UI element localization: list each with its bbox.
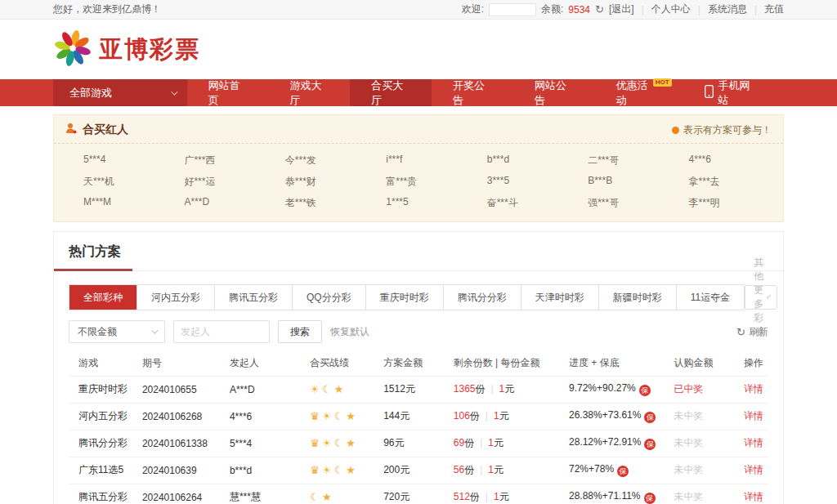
amount-filter-select[interactable]: 不限金额 — [69, 320, 165, 343]
chevron-down-icon — [767, 294, 772, 299]
guarantee-badge: 保 — [644, 412, 656, 423]
progress-text: 26.38%+73.61% — [569, 409, 641, 421]
chevron-down-icon — [171, 88, 177, 95]
column-header: 认购金额 — [674, 351, 736, 376]
plans-table-body: 重庆时时彩2024010655A***D☀☾★1512元1365份|1元9.72… — [69, 376, 768, 504]
hot-user-link[interactable]: 4***6 — [671, 154, 772, 167]
hot-user-link[interactable]: 强***哥 — [570, 196, 670, 210]
hot-user-link[interactable]: 5***4 — [65, 154, 166, 167]
guarantee-badge: 保 — [617, 466, 629, 477]
column-header: 方案金额 — [383, 351, 454, 376]
search-button[interactable]: 搜索 — [278, 320, 322, 343]
hot-user-link[interactable]: 老***铁 — [267, 196, 368, 210]
cell-progress: 28.12%+72.91%保 — [569, 430, 674, 457]
nav-item-合买大厅[interactable]: 合买大厅 — [350, 79, 432, 106]
moon-icon: ☾ — [334, 437, 344, 449]
hot-user-link[interactable]: 拿***去 — [671, 175, 772, 189]
detail-link[interactable]: 详情 — [744, 410, 763, 421]
tab-河内五分彩[interactable]: 河内五分彩 — [137, 285, 214, 310]
tab-腾讯分分彩[interactable]: 腾讯分分彩 — [443, 285, 521, 310]
nav-item-游戏大厅[interactable]: 游戏大厅 — [268, 79, 350, 106]
crown-icon: ♛ — [310, 410, 320, 422]
logout-link[interactable]: [退出] — [609, 2, 634, 16]
win-status: 已中奖 — [674, 383, 703, 395]
win-status: 未中奖 — [674, 410, 703, 421]
all-games-menu[interactable]: 全部游戏 — [53, 79, 187, 106]
detail-link[interactable]: 详情 — [744, 464, 763, 475]
divider: | — [486, 491, 488, 502]
refresh-list-button[interactable]: ↻ 刷新 — [736, 325, 768, 339]
nav-item-网站公告[interactable]: 网站公告 — [513, 79, 595, 106]
hot-user-link[interactable]: b***d — [469, 154, 570, 167]
topbar: 您好，欢迎来到亿鼎博！ 欢迎: 余额: 9534 ↻ [退出] | 个人中心 |… — [0, 0, 837, 20]
hot-user-link[interactable]: 1***5 — [368, 196, 468, 210]
table-header-row: 游戏期号发起人合买战绩方案金额剩余份数 | 每份金额进度 + 保底认购金额操作 — [69, 351, 768, 376]
nav-item-优惠活动[interactable]: 优惠活动 HOT — [595, 79, 677, 106]
welcome-input[interactable] — [489, 3, 536, 16]
cell-issue: 20240106268 — [142, 403, 230, 430]
refresh-balance-icon[interactable]: ↻ — [595, 3, 604, 16]
hot-user-link[interactable]: M***M — [65, 196, 166, 210]
tab-QQ分分彩[interactable]: QQ分分彩 — [292, 285, 365, 310]
tab-11运夺金[interactable]: 11运夺金 — [676, 285, 744, 310]
hot-user-link[interactable]: i***f — [368, 154, 468, 167]
tab-天津时时彩[interactable]: 天津时时彩 — [521, 285, 598, 310]
hot-user-link[interactable]: B***B — [570, 175, 670, 189]
reset-default-link[interactable]: 恢复默认 — [330, 325, 369, 339]
tab-新疆时时彩[interactable]: 新疆时时彩 — [598, 285, 676, 310]
shares-unit: 份 — [470, 410, 480, 421]
nav-item-网站首页[interactable]: 网站首页 — [187, 79, 269, 106]
nav-item-label: 优惠活动 — [616, 78, 656, 108]
nav-item-mobile[interactable]: 手机网站 — [677, 79, 784, 106]
greeting-text: 您好，欢迎来到亿鼎博！ — [53, 2, 161, 16]
cell-amount: 720元 — [383, 484, 454, 504]
hot-user-link[interactable]: 好***运 — [166, 175, 266, 189]
cell-game: 重庆时时彩 — [69, 376, 142, 403]
hot-user-link[interactable]: 广***西 — [166, 154, 266, 167]
cell-action: 详情 — [736, 457, 768, 484]
cell-shares: 106份|1元 — [454, 403, 569, 430]
cell-status: 未中奖 — [674, 457, 736, 484]
hot-user-link[interactable]: 李***明 — [671, 196, 772, 210]
cell-achievements: ♛☀☾★ — [310, 430, 383, 457]
hot-user-link[interactable]: 富***贵 — [368, 175, 468, 189]
progress-text: 28.12%+72.91% — [569, 436, 641, 448]
cell-action: 详情 — [736, 484, 768, 504]
initiator-search-input[interactable] — [173, 320, 270, 343]
hot-user-link[interactable]: 3***5 — [469, 175, 570, 189]
hot-user-link[interactable]: 恭***财 — [267, 175, 368, 189]
phone-icon — [705, 85, 714, 100]
amount-select-label: 不限金额 — [78, 325, 117, 339]
shares-count: 512 — [454, 491, 470, 502]
tab-腾讯五分彩[interactable]: 腾讯五分彩 — [214, 285, 292, 310]
detail-link[interactable]: 详情 — [744, 383, 763, 395]
shares-unit: 份 — [470, 491, 480, 502]
hot-user-link[interactable]: 天***机 — [65, 175, 166, 189]
topbar-link-deposit[interactable]: 充值 — [764, 2, 784, 16]
main-nav: 全部游戏 网站首页 游戏大厅 合买大厅 开奖公告 网站公告 优惠活动 HOT 手… — [0, 79, 837, 106]
column-header: 合买战绩 — [310, 351, 383, 376]
cell-game: 腾讯五分彩 — [69, 484, 142, 504]
hot-user-link[interactable]: A***D — [166, 196, 266, 210]
tab-重庆时时彩[interactable]: 重庆时时彩 — [365, 285, 443, 310]
topbar-link-messages[interactable]: 系统消息 — [708, 2, 747, 16]
tab-全部彩种[interactable]: 全部彩种 — [69, 285, 137, 310]
topbar-link-profile[interactable]: 个人中心 — [651, 2, 691, 16]
filter-row: 不限金额 搜索 恢复默认 ↻ 刷新 — [69, 320, 768, 343]
detail-link[interactable]: 详情 — [744, 491, 763, 502]
cell-status: 未中奖 — [674, 430, 736, 457]
cell-amount: 200元 — [383, 457, 454, 484]
plans-title-row: 热门方案 — [54, 232, 783, 271]
hot-user-link[interactable]: 二***哥 — [570, 154, 670, 167]
cell-achievements: ♛☀☾★ — [310, 457, 383, 484]
nav-item-开奖公告[interactable]: 开奖公告 — [432, 79, 513, 106]
hot-user-link[interactable]: 今***发 — [267, 154, 368, 167]
nav-item-label: 网站公告 — [535, 78, 574, 108]
hot-user-link[interactable]: 奋***斗 — [469, 196, 570, 210]
shares-unit: 份 — [464, 437, 474, 448]
cell-amount: 144元 — [383, 403, 454, 430]
detail-link[interactable]: 详情 — [744, 437, 763, 448]
guarantee-badge: 保 — [644, 493, 656, 504]
cell-achievements: ☀☾★ — [310, 376, 383, 403]
more-lotteries-select[interactable]: 其他更多彩种 — [745, 285, 777, 310]
